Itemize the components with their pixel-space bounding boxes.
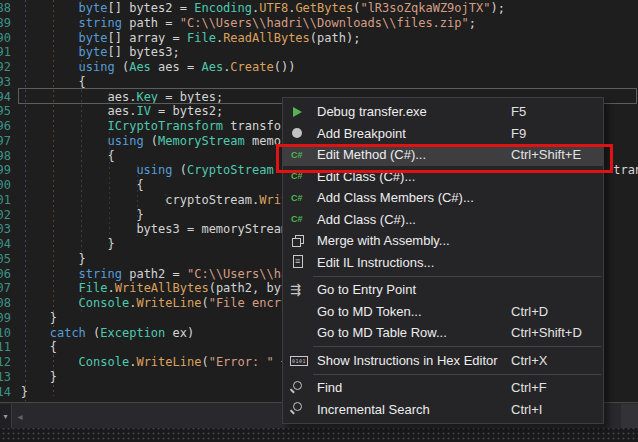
arrow-left-icon: ◂ [17, 411, 22, 422]
scrollbar-dropdown-button[interactable]: ▾ [0, 404, 12, 428]
menu-item-go-to-entry-point[interactable]: Go to Entry Point [283, 279, 603, 301]
menu-item-edit-method-c[interactable]: Edit Method (C#)...Ctrl+Shift+E [283, 144, 603, 166]
status-bar [0, 428, 638, 442]
menu-item-label: Add Class Members (C#)... [317, 190, 511, 205]
code-line: using (Aes aes = Aes.Create()) [0, 60, 638, 75]
menu-item-label: Go to Entry Point [317, 282, 511, 297]
menu-item-label: Edit Method (C#)... [317, 147, 511, 162]
menu-item-add-breakpoint[interactable]: Add BreakpointF9 [283, 123, 603, 145]
menu-item-add-class-members-c[interactable]: Add Class Members (C#)... [283, 187, 603, 209]
menu-item-label: Debug transfer.exe [317, 104, 511, 119]
il-icon [289, 254, 307, 270]
menu-item-shortcut: F9 [511, 126, 603, 141]
entrypoint-icon [289, 282, 307, 298]
none-icon [289, 325, 307, 341]
app-window: 8889909192939495969798991001011021031041… [0, 0, 638, 442]
menu-item-label: Find [317, 380, 511, 395]
menu-item-shortcut: Ctrl+F [511, 380, 603, 395]
code-line: byte[] bytes2 = Encoding.UTF8.GetBytes("… [0, 1, 638, 16]
menu-separator [313, 276, 601, 277]
hex-icon [289, 352, 307, 368]
menu-separator [313, 346, 601, 347]
menu-item-label: Add Class (C#)... [317, 212, 511, 227]
menu-item-shortcut: F5 [511, 104, 603, 119]
menu-item-go-to-md-table-row[interactable]: Go to MD Table Row...Ctrl+Shift+D [283, 322, 603, 344]
menu-item-debug-transfer-exe[interactable]: Debug transfer.exeF5 [283, 101, 603, 123]
csharp-icon [289, 211, 307, 227]
merge-icon [289, 233, 307, 249]
menu-item-go-to-md-token[interactable]: Go to MD Token...Ctrl+D [283, 301, 603, 323]
chevron-down-icon: ▾ [3, 412, 7, 421]
menu-item-label: Go to MD Table Row... [317, 325, 511, 340]
search-icon [289, 401, 307, 417]
menu-separator [313, 374, 601, 375]
csharp-icon [289, 168, 307, 184]
code-line: string path = "C:\\Users\\hadri\\Downloa… [0, 16, 638, 31]
menu-item-shortcut: Ctrl+I [511, 402, 603, 417]
scrollbar-left-arrow-button[interactable]: ◂ [13, 404, 27, 428]
menu-item-shortcut: Ctrl+Shift+D [511, 325, 603, 340]
menu-item-label: Incremental Search [317, 402, 511, 417]
menu-item-shortcut: Ctrl+X [511, 353, 603, 368]
scrollbar-corner [621, 404, 638, 428]
menu-item-label: Edit IL Instructions... [317, 255, 511, 270]
menu-item-show-instructions-in-hex-editor[interactable]: Show Instructions in Hex EditorCtrl+X [283, 350, 603, 372]
none-icon [289, 303, 307, 319]
menu-item-label: Edit Class (C#)... [317, 169, 511, 184]
menu-item-shortcut: Ctrl+D [511, 304, 603, 319]
csharp-icon [289, 147, 307, 163]
search-icon [289, 380, 307, 396]
menu-item-label: Add Breakpoint [317, 126, 511, 141]
code-line: byte[] array = File.ReadAllBytes(path); [0, 31, 638, 46]
csharp-icon [289, 190, 307, 206]
menu-item-label: Go to MD Token... [317, 304, 511, 319]
context-menu: Debug transfer.exeF5Add BreakpointF9Edit… [282, 97, 604, 424]
menu-item-shortcut: Ctrl+Shift+E [511, 147, 603, 162]
menu-item-edit-il-instructions[interactable]: Edit IL Instructions... [283, 252, 603, 274]
menu-item-add-class-c[interactable]: Add Class (C#)... [283, 209, 603, 231]
circle-icon [289, 125, 307, 141]
play-icon [289, 104, 307, 120]
menu-item-edit-class-c[interactable]: Edit Class (C#)... [283, 166, 603, 188]
menu-item-label: Show Instructions in Hex Editor [317, 353, 511, 368]
code-line: byte[] bytes3; [0, 45, 638, 60]
menu-item-label: Merge with Assembly... [317, 233, 511, 248]
menu-item-find[interactable]: FindCtrl+F [283, 377, 603, 399]
menu-item-merge-with-assembly[interactable]: Merge with Assembly... [283, 230, 603, 252]
menu-item-incremental-search[interactable]: Incremental SearchCtrl+I [283, 399, 603, 421]
